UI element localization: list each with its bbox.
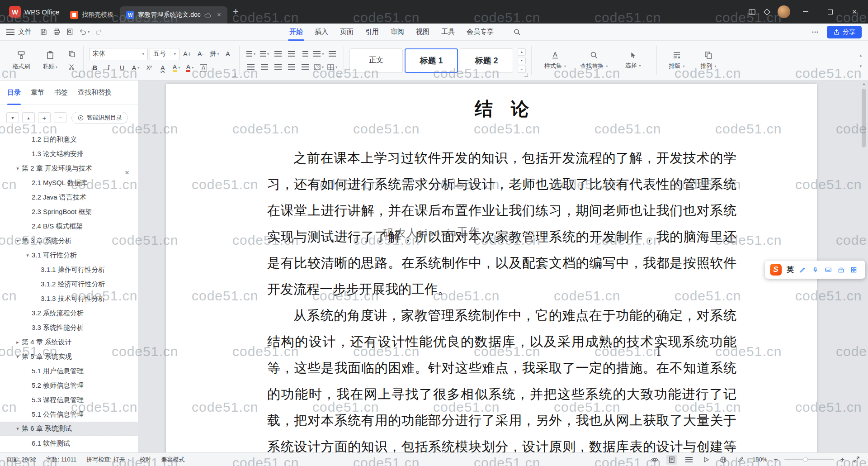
- fit-window-icon[interactable]: [851, 455, 862, 465]
- zoom-level[interactable]: 150%: [752, 456, 767, 463]
- toc-expand-icon[interactable]: [14, 354, 22, 360]
- tab-document[interactable]: 家教管理系统论文.doc ×: [120, 6, 227, 24]
- share-button[interactable]: 分享: [827, 26, 862, 38]
- word-count[interactable]: 字数: 11011: [46, 456, 76, 464]
- eye-protection-icon[interactable]: [649, 455, 660, 465]
- toc-expand-icon[interactable]: [14, 426, 22, 432]
- maximize-button[interactable]: [821, 4, 839, 20]
- save-button[interactable]: [40, 28, 47, 36]
- clipboard-dialog-launcher[interactable]: [76, 73, 80, 77]
- grow-font-button[interactable]: A+: [181, 48, 193, 59]
- paragraph-dialog-launcher[interactable]: [337, 73, 340, 77]
- scrollbar-thumb[interactable]: [862, 89, 866, 147]
- toc-item[interactable]: 3.1 可行性分析: [0, 248, 138, 262]
- styles-scroll-up-icon[interactable]: ▴: [518, 48, 526, 56]
- menu-tab[interactable]: 工具: [435, 24, 461, 41]
- ribbon-scroll-up-icon[interactable]: ▴: [859, 53, 862, 57]
- search-icon[interactable]: [513, 28, 521, 36]
- toc-expand-icon[interactable]: [14, 238, 22, 244]
- styles-more-icon[interactable]: ≡: [518, 66, 526, 73]
- highlight-color-button[interactable]: A▾: [170, 62, 182, 73]
- toc-item[interactable]: 5.1 用户信息管理: [0, 364, 138, 378]
- copy-button[interactable]: [66, 48, 78, 59]
- font-color-button[interactable]: A▾: [184, 62, 196, 73]
- pinyin-guide-button[interactable]: 拼▾: [208, 48, 220, 59]
- styles-scroll-down-icon[interactable]: ▾: [518, 57, 526, 64]
- shrink-font-button[interactable]: A-: [195, 48, 207, 59]
- tab-docer-templates[interactable]: 找稻壳模板: [64, 6, 120, 24]
- numbered-list-button[interactable]: ▾: [259, 48, 270, 59]
- toc-zoom-out-icon[interactable]: [54, 112, 66, 123]
- paragraph-layout-button[interactable]: [299, 48, 311, 59]
- decrease-indent-button[interactable]: [272, 48, 284, 59]
- underline-button[interactable]: U: [116, 62, 128, 73]
- document-paragraph[interactable]: 从系统的角度讲，家教管理系统制作中，它的难点在于功能的确定，对系统结构的设计，还…: [267, 302, 736, 452]
- toc-item[interactable]: 第 5 章 系统实现: [0, 349, 138, 364]
- pane-tab[interactable]: 目录: [7, 81, 21, 105]
- bold-button[interactable]: B: [89, 62, 101, 73]
- sidebar-toggle-icon[interactable]: [748, 8, 756, 16]
- menu-tab[interactable]: 审阅: [385, 24, 410, 41]
- document-page[interactable]: 结 论 之前在课本上学习过软件开发的知识，包括开发流程的了解，开发技术的学习，还…: [166, 84, 817, 452]
- shading-button[interactable]: ▾: [313, 62, 325, 72]
- increase-indent-button[interactable]: [286, 48, 297, 59]
- ime-language-mode[interactable]: 英: [787, 265, 794, 275]
- toc-item[interactable]: 3.2 系统流程分析: [0, 306, 138, 320]
- toc-item[interactable]: 2.3 SpringBoot 框架: [0, 204, 138, 219]
- superscript-button[interactable]: X²: [143, 62, 155, 73]
- align-right-button[interactable]: [272, 62, 284, 72]
- align-left-button[interactable]: [245, 62, 257, 72]
- more-options-icon[interactable]: [811, 28, 820, 37]
- page-indicator[interactable]: 页面: 29/32: [6, 456, 36, 464]
- toc-item[interactable]: 2.4 B/S 模式框架: [0, 219, 138, 233]
- tab-close-icon[interactable]: ×: [217, 11, 221, 19]
- pane-close-icon[interactable]: ×: [125, 168, 129, 177]
- ime-mic-icon[interactable]: [811, 266, 819, 274]
- fullscreen-reading-icon[interactable]: [701, 455, 712, 465]
- font-size-select[interactable]: 五号▾: [150, 48, 179, 60]
- menu-tab[interactable]: 开始: [283, 24, 309, 41]
- styles-dialog-launcher[interactable]: [524, 73, 528, 77]
- input-method-bar[interactable]: 英: [765, 261, 865, 279]
- pane-tab[interactable]: 章节: [31, 81, 44, 105]
- paste-button[interactable]: 粘贴▾: [37, 44, 63, 77]
- toc-item[interactable]: 第 6 章 系统测试: [0, 422, 138, 436]
- toc-item[interactable]: 第 3 章 系统分析: [0, 233, 138, 248]
- font-dialog-launcher[interactable]: [232, 73, 236, 77]
- web-layout-icon[interactable]: [718, 455, 729, 465]
- toc-item[interactable]: 2.1 MySQL 数据库: [0, 176, 138, 190]
- print-button[interactable]: [53, 28, 61, 36]
- toc-item[interactable]: 3.3 系统性能分析: [0, 320, 138, 335]
- font-name-select[interactable]: 宋体▾: [89, 48, 148, 60]
- ime-gift-icon[interactable]: [837, 266, 845, 274]
- toc-item[interactable]: 1.2 目的和意义: [0, 132, 138, 147]
- toc-item[interactable]: 5.3 课程信息管理: [0, 393, 138, 407]
- undo-button[interactable]: ▾: [79, 28, 90, 36]
- sogou-logo-icon[interactable]: [770, 264, 782, 276]
- spellcheck-status[interactable]: 拼写检查: 打开▾: [86, 456, 129, 464]
- outline-view-icon[interactable]: [684, 455, 694, 465]
- align-center-button[interactable]: [259, 62, 270, 72]
- document-paragraph[interactable]: 之前在课本上学习过软件开发的知识，包括开发流程的了解，开发技术的学习，还有如何进…: [267, 145, 736, 302]
- undo-dropdown-icon[interactable]: ▾: [88, 30, 90, 34]
- toc-item[interactable]: 1.3 论文结构安排: [0, 147, 138, 161]
- zoom-in-button[interactable]: +: [840, 456, 844, 464]
- format-painter-button[interactable]: 格式刷: [8, 44, 34, 77]
- pane-tab[interactable]: 查找和替换: [78, 81, 112, 105]
- borders-button[interactable]: ▾: [326, 62, 338, 72]
- toc-collapse-icon[interactable]: [6, 112, 19, 123]
- scroll-up-icon[interactable]: ▴: [861, 81, 867, 86]
- menu-tab[interactable]: 插入: [309, 24, 334, 41]
- toc-item[interactable]: 第 2 章 开发环境与技术: [0, 161, 138, 176]
- ink-pen-icon[interactable]: [735, 455, 746, 465]
- distribute-text-button[interactable]: [299, 62, 311, 72]
- print-preview-button[interactable]: [66, 28, 74, 36]
- toc-expand-icon[interactable]: [14, 166, 22, 171]
- toc-item[interactable]: 3.1.1 操作可行性分析: [0, 262, 138, 277]
- justify-button[interactable]: [286, 62, 297, 72]
- menu-tab[interactable]: 视图: [410, 24, 435, 41]
- typeset-button[interactable]: 排版▾: [662, 44, 691, 77]
- menu-tab[interactable]: 引用: [359, 24, 385, 41]
- ribbon-scroll-down-icon[interactable]: ▾: [859, 64, 862, 68]
- minimize-button[interactable]: [797, 4, 815, 20]
